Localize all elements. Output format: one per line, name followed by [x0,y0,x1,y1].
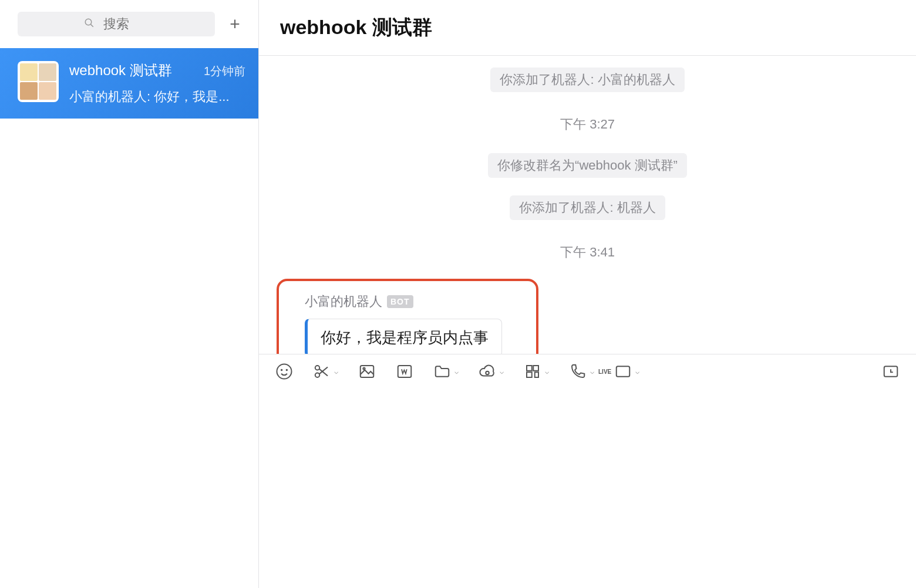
svg-point-3 [281,370,282,371]
chevron-down-icon: ⌵ [500,367,504,376]
svg-rect-17 [617,366,630,377]
scissors-icon[interactable]: ⌵ [313,363,338,380]
system-message: 你添加了机器人: 机器人 [510,195,665,220]
svg-rect-13 [527,366,532,371]
chevron-down-icon: ⌵ [545,367,549,376]
conversation-time: 1分钟前 [204,63,245,79]
compose-input[interactable] [259,388,916,588]
bot-badge: BOT [387,295,413,308]
chat-body: 你添加了机器人: 小富的机器人 下午 3:27 你修改群名为“webhook 测… [259,56,916,354]
message-bubble: 你好，我是程序员内点事 [305,319,502,354]
sidebar-header: + [0,0,258,48]
svg-point-10 [363,367,365,369]
highlighted-bot-message: 小富的机器人 BOT 你好，我是程序员内点事 [277,279,538,354]
svg-point-2 [277,364,292,379]
svg-point-4 [287,370,288,371]
live-icon[interactable]: LIVE ⌵ [614,363,639,380]
image-icon[interactable] [358,363,376,380]
chat-title: webhook 测试群 [280,14,895,41]
svg-rect-15 [527,372,532,377]
conversation-body: webhook 测试群 1分钟前 小富的机器人: 你好，我是... [69,61,245,106]
cloud-icon[interactable]: ⌵ [479,363,504,380]
search-wrap [18,12,215,36]
timestamp: 下午 3:27 [560,116,615,133]
message-sender: 小富的机器人 BOT [305,293,502,310]
conversation-title: webhook 测试群 [69,61,172,80]
word-icon[interactable] [396,363,413,380]
chat-header: webhook 测试群 [259,0,916,56]
chevron-down-icon: ⌵ [334,367,338,376]
svg-rect-16 [535,372,538,377]
system-message: 你添加了机器人: 小富的机器人 [490,67,684,92]
add-button[interactable]: + [225,15,244,33]
folder-icon[interactable]: ⌵ [433,363,459,380]
svg-point-12 [486,371,489,375]
sender-name: 小富的机器人 [305,293,382,310]
compose-toolbar: ⌵ ⌵ ⌵ ⌵ ⌵ [259,354,916,388]
chevron-down-icon: ⌵ [454,367,459,376]
history-icon[interactable] [882,363,900,380]
timestamp: 下午 3:41 [560,244,615,261]
chat-panel: webhook 测试群 你添加了机器人: 小富的机器人 下午 3:27 你修改群… [258,0,916,588]
chevron-down-icon: ⌵ [635,367,639,376]
conversation-preview: 小富的机器人: 你好，我是... [69,88,245,106]
conversation-item[interactable]: webhook 测试群 1分钟前 小富的机器人: 你好，我是... [0,48,258,119]
apps-icon[interactable]: ⌵ [524,363,549,380]
phone-icon[interactable]: ⌵ [569,363,594,380]
sidebar: + webhook 测试群 1分钟前 小富的机器人: 你好，我是... [0,0,258,588]
svg-rect-14 [533,366,538,371]
system-message: 你修改群名为“webhook 测试群” [488,153,687,178]
emoji-icon[interactable] [275,363,293,380]
search-input[interactable] [18,12,215,36]
chevron-down-icon: ⌵ [590,367,594,376]
group-avatar [18,61,59,102]
